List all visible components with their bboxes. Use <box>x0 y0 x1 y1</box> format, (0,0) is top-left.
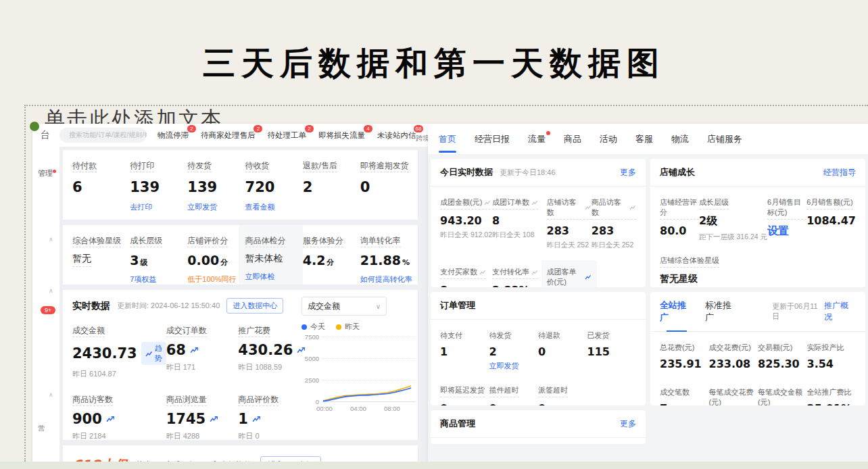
badge-count: 4 <box>364 125 372 132</box>
stat-awaiting-refund: 待退款0 <box>538 328 587 371</box>
benefits-link[interactable]: 7项权益 <box>130 274 187 285</box>
right-nav-bar: 首页 经营日报 流量 商品 活动 客服 物流 店铺服务 <box>428 124 868 154</box>
notification-dot <box>53 170 56 173</box>
more-link[interactable]: 更多 <box>620 418 636 430</box>
product-status-labels: 在售中 已售数 已下架 <box>431 438 646 444</box>
improve-conversion-link[interactable]: 如何提高转化率 <box>360 274 418 285</box>
y-tick: 5000 <box>302 355 319 362</box>
left-dashboard-screenshot: 台 搜索功能/订单/课程/规则/帮助/服务 物流停滞2 待商家处理售后2 待处理… <box>32 124 428 462</box>
search-placeholder: 搜索功能/订单/课程/规则/帮助/服务 <box>69 130 147 140</box>
slide-canvas: 三天后数据和第一天数据图 单击此处添加文本 台 搜索功能/订单/课程/规则/帮助… <box>0 0 868 469</box>
shortcut-tickets-pending[interactable]: 待处理工单2 <box>267 130 306 141</box>
selection-border-left <box>24 105 26 462</box>
stat-awaiting-shipment: 待发货2立即发货 <box>489 328 539 371</box>
collapse-icon[interactable]: ∧ <box>49 287 53 294</box>
stat-product-visitors: 商品访客数283昨日全天 252 <box>592 195 636 250</box>
below-peers-link[interactable]: 低于100%同行 <box>187 274 245 285</box>
shortcut-unread-messages[interactable]: 未读站内信68 <box>377 130 416 141</box>
stat-delayed-shipping: 即将延迟发货0 <box>440 383 489 405</box>
y-tick: 2500 <box>302 376 319 384</box>
nav-logistics[interactable]: 物流 <box>671 133 689 145</box>
trend-icon[interactable] <box>585 274 592 280</box>
ship-now-link[interactable]: 立即发货 <box>187 202 245 212</box>
go-print-link[interactable]: 去打印 <box>130 202 187 212</box>
ship-now-link[interactable]: 立即发货 <box>489 361 539 371</box>
trend-icon[interactable] <box>585 205 592 210</box>
set-target-link[interactable]: 设置 <box>767 224 806 239</box>
search-input[interactable]: 搜索功能/订单/课程/规则/帮助/服务 <box>59 128 147 143</box>
trend-icon <box>145 351 153 357</box>
y-tick: 0 <box>302 398 319 405</box>
stat-gmv: 成交金额 2430.73趋势 昨日 6104.87 <box>72 324 166 379</box>
collapse-icon[interactable]: ∧ <box>49 236 53 243</box>
trend-icon[interactable] <box>190 347 198 353</box>
realtime-stats-grid: 成交金额 2430.73趋势 昨日 6104.87 成交订单数 68 昨日 17… <box>72 324 310 441</box>
sidebar-item-manage[interactable]: 管理 <box>38 168 53 178</box>
trend-icon[interactable] <box>252 416 260 422</box>
nav-activities[interactable]: 活动 <box>600 133 617 145</box>
sidebar-item-partial[interactable]: 营 <box>38 424 45 433</box>
product-management-card: 商品管理 更多 在售中 已售数 已下架 <box>431 410 646 444</box>
sidebar-badge: 9+ <box>41 306 55 314</box>
trend-icon[interactable] <box>106 416 114 422</box>
metric-select[interactable]: 成交金额 ∨ <box>302 297 387 316</box>
update-time: 更新于今日18:46 <box>500 168 556 178</box>
view-amount-link[interactable]: 查看金额 <box>245 202 303 212</box>
nav-daily-report[interactable]: 经营日报 <box>475 133 510 145</box>
guidance-link[interactable]: 经营指导 <box>823 167 856 178</box>
tab-sitewide-promo[interactable]: 全站推广 <box>660 299 694 324</box>
shortcut-logistics-stalled[interactable]: 物流停滞2 <box>158 130 189 141</box>
trend-icon[interactable] <box>531 200 538 205</box>
badge-count: 68 <box>414 125 424 132</box>
promo-overview-link[interactable]: 推广概况 <box>824 300 856 323</box>
x-tick: 04:00 <box>350 405 366 412</box>
x-tick: 08:00 <box>384 405 400 412</box>
card-title: 今日实时数据 <box>440 166 493 178</box>
trend-icon[interactable] <box>479 270 486 275</box>
trend-icon[interactable] <box>210 416 218 422</box>
nav-traffic[interactable]: 流量 <box>528 133 546 145</box>
stat-group-orders: 成团订单数8昨日全天 108 <box>492 195 547 250</box>
order-management-card: 订单管理 待支付1 待发货2立即发货 待退款0 已发货115 即将延迟发货0 揽… <box>431 292 646 405</box>
stat-amount-per-deal: 每笔成交金额(元)117.90 <box>758 385 807 405</box>
trend-icon[interactable] <box>629 205 636 210</box>
shortcut-aftersale-pending[interactable]: 待商家处理售后2 <box>201 130 256 141</box>
nav-home[interactable]: 首页 <box>439 133 456 145</box>
right-dashboard-body: 今日实时数据 更新于今日18:46 更多 成团金额(元)943.20昨日全天 9… <box>428 154 868 462</box>
chevron-down-icon: ∨ <box>376 303 381 310</box>
stat-to-ship: 待发货139立即发货 <box>187 159 245 212</box>
more-link[interactable]: 更多 <box>620 167 636 178</box>
data-center-button[interactable]: 进入数据中心 <box>226 298 283 314</box>
topbar-shortcuts: 物流停滞2 待商家处理售后2 待处理工单2 即将损失流量4 未读站内信68 <box>158 130 416 141</box>
tab-standard-promo[interactable]: 标准推广 <box>705 299 740 324</box>
nav-service[interactable]: 客服 <box>635 133 653 145</box>
shop-growth-card: 店铺成长 经营指导 店铺经营评分80.0 成长层级2级距下一层级 316.24 … <box>650 159 865 287</box>
shortcut-traffic-loss[interactable]: 即将损失流量4 <box>318 130 365 141</box>
enter-618-button[interactable]: 进入618会场 <box>260 456 321 462</box>
stat-group-amount: 成团金额(元)943.20昨日全天 912.02 <box>440 195 492 250</box>
left-sidebar: 管理 ∧ ∧ 9+ ∧ 营 <box>32 147 60 462</box>
today-realtime-card: 今日实时数据 更新于今日18:46 更多 成团金额(元)943.20昨日全天 9… <box>431 159 646 287</box>
promo-618-banner: 618大促 状态: 已完成提报 | 已入会场资格 进入618会场 <box>63 445 418 462</box>
trend-chip[interactable]: 趋势 <box>141 342 166 365</box>
x-tick: 00:00 <box>316 405 333 412</box>
legend-today[interactable]: 今天 <box>302 322 325 332</box>
stat-transaction-amount: 交易额(元)825.30 <box>758 341 807 370</box>
collapse-icon[interactable]: ∧ <box>49 391 53 398</box>
nav-shop-services[interactable]: 店铺服务 <box>707 133 742 145</box>
stat-service-score: 服务体验分4.2分 <box>303 234 360 276</box>
stat-product-visitors: 商品访客数 900 昨日 2184 <box>72 393 166 441</box>
stat-inquiry-conversion: 询单转化率21.88%如何提高转化率 <box>360 234 418 276</box>
card-title: 商品管理 <box>440 418 475 430</box>
trend-icon[interactable] <box>484 200 491 205</box>
stat-roi: 实际投产比3.54 <box>807 341 857 370</box>
trend-icon[interactable] <box>531 270 538 275</box>
check-now-link[interactable]: 立即体检 <box>245 272 303 282</box>
stat-sales-target: 6月销售目标(元)设置 <box>767 195 806 242</box>
stat-shop-score: 店铺经营评分80.0 <box>660 195 699 242</box>
legend-yesterday[interactable]: 昨天 <box>336 322 360 332</box>
logo-text: 台 <box>41 129 50 141</box>
nav-products[interactable]: 商品 <box>564 133 581 145</box>
stat-total-spend: 总花费(元)235.91 <box>660 341 709 370</box>
stat-awaiting-payment: 待支付1 <box>440 328 489 371</box>
